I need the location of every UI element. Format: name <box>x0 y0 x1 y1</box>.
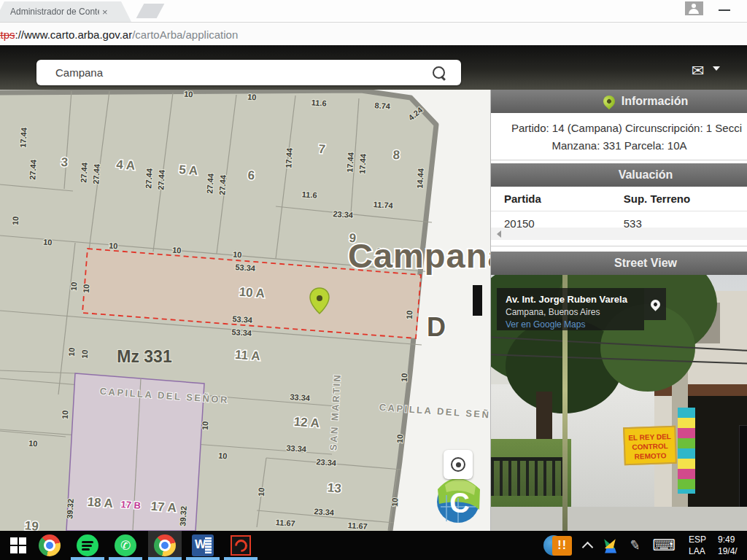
map-label: 11.67 <box>275 518 295 528</box>
sv-speaker <box>739 425 747 513</box>
map-label: 12 A <box>293 415 320 430</box>
map-label: 27.44 <box>156 169 166 190</box>
map-label: Campana <box>348 236 490 275</box>
taskbar-clock[interactable]: 9:4919/4/ <box>718 534 747 557</box>
mail-dropdown-caret-icon[interactable] <box>713 66 720 71</box>
pen-tray-icon[interactable]: ✎ <box>628 537 642 554</box>
map-label: D <box>427 312 446 342</box>
map-label: 10 <box>201 421 210 430</box>
info-section-title: Información <box>622 95 689 108</box>
map-label: 11.67 <box>347 521 368 531</box>
parcel-info-line1: Partido: 14 (Campana) Circunscripción: 1… <box>511 122 742 134</box>
locate-me-button[interactable] <box>444 450 473 479</box>
sv-google-maps-link[interactable]: Ver en Google Maps <box>506 319 644 330</box>
map-label: 27.44 <box>28 159 37 180</box>
map-label: 17 A <box>150 499 177 515</box>
map-label: 17.44 <box>357 153 367 174</box>
search-icon[interactable] <box>433 66 445 79</box>
taskbar-word[interactable]: W <box>186 531 220 560</box>
window-minimize-button[interactable] <box>719 9 730 11</box>
sv-sign-text: CONTROL <box>625 441 675 452</box>
address-bar[interactable]: https://www.carto.arba.gov.ar/cartoArba/… <box>0 22 747 47</box>
chrome-icon <box>154 534 176 556</box>
map-label: 10 <box>61 410 70 419</box>
word-icon: W <box>192 534 214 556</box>
parcel-info-line2: Manzana: 331 Parcela: 10A <box>491 139 747 152</box>
map-label: 23.34 <box>316 457 337 467</box>
url-text[interactable]: https://www.carto.arba.gov.ar/cartoArba/… <box>0 28 238 41</box>
column-header-sup-terreno[interactable]: Sup. Terreno <box>611 187 747 211</box>
map-label: 27.44 <box>79 162 88 183</box>
scroll-left-arrow-icon[interactable] <box>497 230 501 238</box>
taskbar-chrome-active[interactable] <box>148 531 182 560</box>
map-label: 10 <box>28 439 38 448</box>
map-label: 10 <box>172 246 182 255</box>
profile-body-glyph <box>689 9 699 14</box>
search-input[interactable]: Campana <box>36 60 461 85</box>
map-label: 4 A <box>116 158 136 173</box>
url-host: ://www.carto.arba.gov.ar <box>15 28 133 41</box>
profile-icon[interactable] <box>685 1 703 15</box>
table-horizontal-scrollbar[interactable] <box>491 228 747 240</box>
map-label: 10 <box>257 487 266 497</box>
taskbar-chrome[interactable] <box>33 531 66 560</box>
map-label: 10 <box>109 241 118 251</box>
taskbar-spotify[interactable] <box>71 531 104 560</box>
valuation-section-header: Valuación <box>491 163 747 187</box>
map-label: 23.34 <box>333 209 354 219</box>
map-label: 11.74 <box>373 200 394 210</box>
map-label: 10 <box>395 434 405 443</box>
map-label: 8.74 <box>374 101 391 111</box>
sv-address-title: Av. Int. Jorge Ruben Varela <box>506 294 644 305</box>
touch-keyboard-icon[interactable]: ⌨ <box>652 536 676 555</box>
map-label: 10 <box>67 347 77 357</box>
taskbar-whatsapp[interactable]: ✆ <box>109 531 142 560</box>
streetview-section-title: Street View <box>614 257 677 270</box>
acrobat-icon <box>231 535 251 556</box>
map-label: 53.34 <box>235 262 256 273</box>
map-label: Mz 331 <box>117 347 172 366</box>
language-indicator[interactable]: ESPLAA <box>689 534 706 557</box>
tray-alert-badge[interactable]: !! <box>552 536 572 556</box>
map-label: 10 <box>218 451 228 461</box>
sv-pin-icon <box>649 298 662 311</box>
map-label: 53.34 <box>231 327 252 338</box>
column-header-partida[interactable]: Partida <box>491 187 611 211</box>
map-label: 17.44 <box>345 152 355 173</box>
map-label: 11.6 <box>301 190 317 199</box>
map-label: 8 <box>392 148 400 163</box>
map-label: 10 <box>80 349 90 359</box>
streetview-section-header: Street View <box>491 252 747 275</box>
map-label: 10 <box>233 250 242 260</box>
start-button[interactable] <box>1 531 35 560</box>
map-label: 33.34 <box>286 443 307 454</box>
svg-text:C: C <box>449 488 469 518</box>
tab-title: Administrador de Conte <box>10 7 99 17</box>
map-label: 27.44 <box>205 173 214 194</box>
tab-close-icon[interactable]: × <box>102 7 108 18</box>
windows-logo-icon <box>10 537 26 553</box>
street-black-bar <box>473 285 482 316</box>
google-drive-icon[interactable] <box>602 538 619 553</box>
map-label: 11.6 <box>311 98 327 107</box>
sv-sign-text: REMOTO <box>625 451 675 462</box>
map-label: 6 <box>247 168 255 183</box>
mail-icon[interactable]: ✉ <box>692 62 705 79</box>
map-label: 10 <box>82 284 91 293</box>
map-label: 10 <box>400 373 409 382</box>
info-panel: Información Partido: 14 (Campana) Circun… <box>490 90 747 531</box>
new-tab-button[interactable] <box>136 4 165 18</box>
browser-tab-bar: Administrador de Conte × <box>0 0 747 22</box>
windows-taskbar: ✆ W !! ✎ ⌨ ESPLAA 9:4919/4/ <box>0 531 747 560</box>
map-label: 11 A <box>235 348 261 363</box>
valuation-section-title: Valuación <box>619 168 673 182</box>
sv-pin-tile[interactable] <box>644 288 666 320</box>
map-label: 17.44 <box>18 127 28 148</box>
map-label: 13 <box>327 481 341 495</box>
browser-tab[interactable]: Administrador de Conte × <box>0 1 131 22</box>
tray-expand-chevron-icon[interactable] <box>582 541 594 553</box>
streetview-photo[interactable]: EL REY DELCONTROLREMOTO Av. Int. Jorge R… <box>491 275 747 531</box>
taskbar-acrobat[interactable] <box>224 531 258 560</box>
cadastral-map[interactable]: 101011.68.744.2417.4427.4427.4427.4427.4… <box>0 90 490 531</box>
map-label: 39.32 <box>65 499 74 519</box>
